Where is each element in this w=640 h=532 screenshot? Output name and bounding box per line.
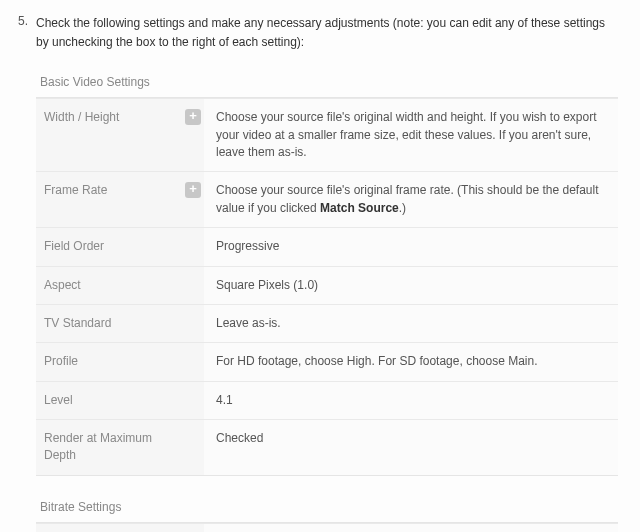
step-text: Check the following settings and make an…: [36, 14, 618, 51]
setting-desc: Choose your source file's original frame…: [204, 172, 618, 228]
setting-label: Field Order: [36, 228, 182, 266]
setting-label: Render at Maximum Depth: [36, 420, 182, 475]
table-row: Field Order Progressive: [36, 228, 618, 266]
match-source-bold: Match Source: [320, 201, 399, 215]
plus-icon[interactable]: +: [185, 109, 201, 125]
setting-desc: Checked: [204, 420, 618, 475]
step-number: 5.: [18, 14, 36, 28]
setting-desc: Choose your source file's original width…: [204, 99, 618, 172]
setting-label: Width / Height: [36, 99, 182, 172]
plus-icon[interactable]: +: [185, 182, 201, 198]
setting-label: Aspect: [36, 266, 182, 304]
setting-desc: Square Pixels (1.0): [204, 266, 618, 304]
table-row: Width / Height + Choose your source file…: [36, 99, 618, 172]
table-row: Level 4.1: [36, 381, 618, 419]
setting-desc: Progressive: [204, 228, 618, 266]
setting-label: Frame Rate: [36, 172, 182, 228]
setting-desc: 4.1: [204, 381, 618, 419]
table-row: Aspect Square Pixels (1.0): [36, 266, 618, 304]
table-row: Bitrate Encoding + VBR, 2 pass: [36, 523, 618, 532]
setting-desc: Leave as-is.: [204, 304, 618, 342]
setting-desc: For HD footage, choose High. For SD foot…: [204, 343, 618, 381]
step-item: 5. Check the following settings and make…: [18, 14, 618, 51]
setting-label: TV Standard: [36, 304, 182, 342]
bitrate-settings-table: Bitrate Encoding + VBR, 2 pass Target Bi…: [36, 523, 618, 532]
section-title-basic: Basic Video Settings: [36, 65, 618, 97]
setting-label: Bitrate Encoding: [36, 523, 182, 532]
table-row: Render at Maximum Depth Checked: [36, 420, 618, 475]
basic-settings-table: Width / Height + Choose your source file…: [36, 98, 618, 475]
setting-label: Level: [36, 381, 182, 419]
setting-desc: VBR, 2 pass: [204, 523, 618, 532]
table-row: Frame Rate + Choose your source file's o…: [36, 172, 618, 228]
section-title-bitrate: Bitrate Settings: [36, 490, 618, 522]
table-row: TV Standard Leave as-is.: [36, 304, 618, 342]
table-row: Profile For HD footage, choose High. For…: [36, 343, 618, 381]
setting-label: Profile: [36, 343, 182, 381]
